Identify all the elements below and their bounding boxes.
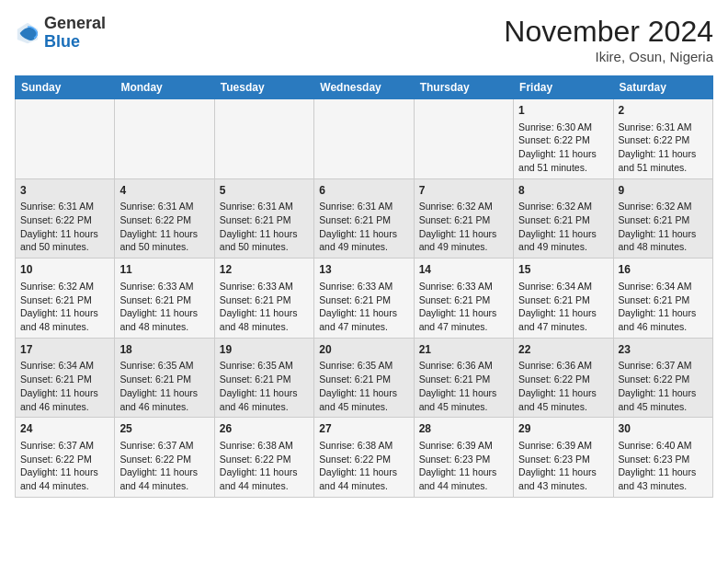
- day-info: Sunrise: 6:33 AM Sunset: 6:21 PM Dayligh…: [319, 280, 408, 334]
- day-number: 3: [20, 183, 109, 199]
- day-cell: 27Sunrise: 6:38 AM Sunset: 6:22 PM Dayli…: [314, 418, 414, 498]
- logo-icon: [15, 20, 40, 46]
- day-info: Sunrise: 6:38 AM Sunset: 6:22 PM Dayligh…: [220, 439, 309, 493]
- weekday-header-monday: Monday: [115, 76, 214, 99]
- day-info: Sunrise: 6:32 AM Sunset: 6:21 PM Dayligh…: [419, 200, 508, 254]
- day-number: 21: [419, 342, 508, 358]
- day-number: 1: [518, 103, 608, 119]
- day-info: Sunrise: 6:34 AM Sunset: 6:21 PM Dayligh…: [619, 280, 708, 334]
- day-cell: 11Sunrise: 6:33 AM Sunset: 6:21 PM Dayli…: [115, 259, 214, 339]
- day-number: 23: [619, 342, 708, 358]
- location: Ikire, Osun, Nigeria: [504, 49, 713, 64]
- day-info: Sunrise: 6:36 AM Sunset: 6:22 PM Dayligh…: [518, 359, 608, 413]
- day-number: 30: [619, 421, 708, 437]
- day-info: Sunrise: 6:32 AM Sunset: 6:21 PM Dayligh…: [619, 200, 708, 254]
- week-row-5: 24Sunrise: 6:37 AM Sunset: 6:22 PM Dayli…: [16, 418, 713, 498]
- day-cell: [214, 99, 313, 179]
- day-info: Sunrise: 6:34 AM Sunset: 6:21 PM Dayligh…: [20, 359, 109, 413]
- day-cell: 24Sunrise: 6:37 AM Sunset: 6:22 PM Dayli…: [16, 418, 115, 498]
- day-info: Sunrise: 6:30 AM Sunset: 6:22 PM Dayligh…: [518, 121, 608, 175]
- day-number: 22: [518, 342, 608, 358]
- day-cell: [115, 99, 214, 179]
- day-cell: 30Sunrise: 6:40 AM Sunset: 6:23 PM Dayli…: [613, 418, 712, 498]
- week-row-1: 1Sunrise: 6:30 AM Sunset: 6:22 PM Daylig…: [16, 99, 713, 179]
- day-cell: 25Sunrise: 6:37 AM Sunset: 6:22 PM Dayli…: [115, 418, 214, 498]
- day-info: Sunrise: 6:31 AM Sunset: 6:22 PM Dayligh…: [20, 200, 109, 254]
- day-number: 15: [518, 262, 608, 278]
- day-cell: [414, 99, 513, 179]
- day-info: Sunrise: 6:32 AM Sunset: 6:21 PM Dayligh…: [20, 280, 109, 334]
- day-cell: 5Sunrise: 6:31 AM Sunset: 6:21 PM Daylig…: [214, 178, 313, 259]
- logo: General Blue: [15, 15, 106, 52]
- day-cell: 6Sunrise: 6:31 AM Sunset: 6:21 PM Daylig…: [314, 178, 414, 259]
- day-number: 13: [319, 262, 408, 278]
- day-info: Sunrise: 6:33 AM Sunset: 6:21 PM Dayligh…: [119, 280, 209, 334]
- weekday-header-row: SundayMondayTuesdayWednesdayThursdayFrid…: [16, 76, 713, 99]
- day-cell: 15Sunrise: 6:34 AM Sunset: 6:21 PM Dayli…: [514, 259, 613, 339]
- day-cell: 8Sunrise: 6:32 AM Sunset: 6:21 PM Daylig…: [514, 178, 613, 259]
- day-number: 18: [119, 342, 209, 358]
- day-cell: 19Sunrise: 6:35 AM Sunset: 6:21 PM Dayli…: [214, 338, 313, 418]
- day-info: Sunrise: 6:39 AM Sunset: 6:23 PM Dayligh…: [518, 439, 608, 493]
- day-cell: 20Sunrise: 6:35 AM Sunset: 6:21 PM Dayli…: [314, 338, 414, 418]
- day-cell: 10Sunrise: 6:32 AM Sunset: 6:21 PM Dayli…: [16, 259, 115, 339]
- day-info: Sunrise: 6:35 AM Sunset: 6:21 PM Dayligh…: [119, 359, 209, 413]
- day-info: Sunrise: 6:35 AM Sunset: 6:21 PM Dayligh…: [220, 359, 309, 413]
- day-number: 7: [419, 183, 508, 199]
- day-info: Sunrise: 6:34 AM Sunset: 6:21 PM Dayligh…: [518, 280, 608, 334]
- day-cell: 26Sunrise: 6:38 AM Sunset: 6:22 PM Dayli…: [214, 418, 313, 498]
- day-cell: 2Sunrise: 6:31 AM Sunset: 6:22 PM Daylig…: [613, 99, 712, 179]
- day-cell: 17Sunrise: 6:34 AM Sunset: 6:21 PM Dayli…: [16, 338, 115, 418]
- day-cell: 23Sunrise: 6:37 AM Sunset: 6:22 PM Dayli…: [613, 338, 712, 418]
- day-cell: 18Sunrise: 6:35 AM Sunset: 6:21 PM Dayli…: [115, 338, 214, 418]
- day-info: Sunrise: 6:31 AM Sunset: 6:22 PM Dayligh…: [619, 121, 708, 175]
- day-info: Sunrise: 6:33 AM Sunset: 6:21 PM Dayligh…: [220, 280, 309, 334]
- day-info: Sunrise: 6:35 AM Sunset: 6:21 PM Dayligh…: [319, 359, 408, 413]
- day-number: 8: [518, 183, 608, 199]
- day-number: 19: [220, 342, 309, 358]
- page-header: General Blue November 2024 Ikire, Osun, …: [15, 15, 713, 64]
- weekday-header-thursday: Thursday: [414, 76, 513, 99]
- day-cell: 3Sunrise: 6:31 AM Sunset: 6:22 PM Daylig…: [16, 178, 115, 259]
- day-number: 11: [119, 262, 209, 278]
- day-info: Sunrise: 6:37 AM Sunset: 6:22 PM Dayligh…: [619, 359, 708, 413]
- weekday-header-friday: Friday: [514, 76, 613, 99]
- day-number: 27: [319, 421, 408, 437]
- day-number: 20: [319, 342, 408, 358]
- weekday-header-wednesday: Wednesday: [314, 76, 414, 99]
- day-cell: 16Sunrise: 6:34 AM Sunset: 6:21 PM Dayli…: [613, 259, 712, 339]
- day-cell: 9Sunrise: 6:32 AM Sunset: 6:21 PM Daylig…: [613, 178, 712, 259]
- day-info: Sunrise: 6:38 AM Sunset: 6:22 PM Dayligh…: [319, 439, 408, 493]
- day-number: 17: [20, 342, 109, 358]
- day-cell: [314, 99, 414, 179]
- day-number: 28: [419, 421, 508, 437]
- day-info: Sunrise: 6:40 AM Sunset: 6:23 PM Dayligh…: [619, 439, 708, 493]
- day-info: Sunrise: 6:37 AM Sunset: 6:22 PM Dayligh…: [20, 439, 109, 493]
- day-cell: 22Sunrise: 6:36 AM Sunset: 6:22 PM Dayli…: [514, 338, 613, 418]
- day-cell: 7Sunrise: 6:32 AM Sunset: 6:21 PM Daylig…: [414, 178, 513, 259]
- title-block: November 2024 Ikire, Osun, Nigeria: [504, 15, 713, 64]
- day-cell: 13Sunrise: 6:33 AM Sunset: 6:21 PM Dayli…: [314, 259, 414, 339]
- day-number: 26: [220, 421, 309, 437]
- day-info: Sunrise: 6:31 AM Sunset: 6:22 PM Dayligh…: [119, 200, 209, 254]
- month-title: November 2024: [504, 15, 713, 49]
- day-info: Sunrise: 6:37 AM Sunset: 6:22 PM Dayligh…: [119, 439, 209, 493]
- day-number: 6: [319, 183, 408, 199]
- day-info: Sunrise: 6:31 AM Sunset: 6:21 PM Dayligh…: [319, 200, 408, 254]
- day-number: 16: [619, 262, 708, 278]
- weekday-header-sunday: Sunday: [16, 76, 115, 99]
- day-info: Sunrise: 6:32 AM Sunset: 6:21 PM Dayligh…: [518, 200, 608, 254]
- day-number: 12: [220, 262, 309, 278]
- logo-text: General Blue: [44, 15, 106, 52]
- weekday-header-tuesday: Tuesday: [214, 76, 313, 99]
- day-number: 4: [119, 183, 209, 199]
- day-cell: 21Sunrise: 6:36 AM Sunset: 6:21 PM Dayli…: [414, 338, 513, 418]
- day-cell: 14Sunrise: 6:33 AM Sunset: 6:21 PM Dayli…: [414, 259, 513, 339]
- day-number: 10: [20, 262, 109, 278]
- day-info: Sunrise: 6:31 AM Sunset: 6:21 PM Dayligh…: [220, 200, 309, 254]
- calendar-body: 1Sunrise: 6:30 AM Sunset: 6:22 PM Daylig…: [16, 99, 713, 498]
- week-row-2: 3Sunrise: 6:31 AM Sunset: 6:22 PM Daylig…: [16, 178, 713, 259]
- day-number: 24: [20, 421, 109, 437]
- day-cell: [16, 99, 115, 179]
- day-cell: 4Sunrise: 6:31 AM Sunset: 6:22 PM Daylig…: [115, 178, 214, 259]
